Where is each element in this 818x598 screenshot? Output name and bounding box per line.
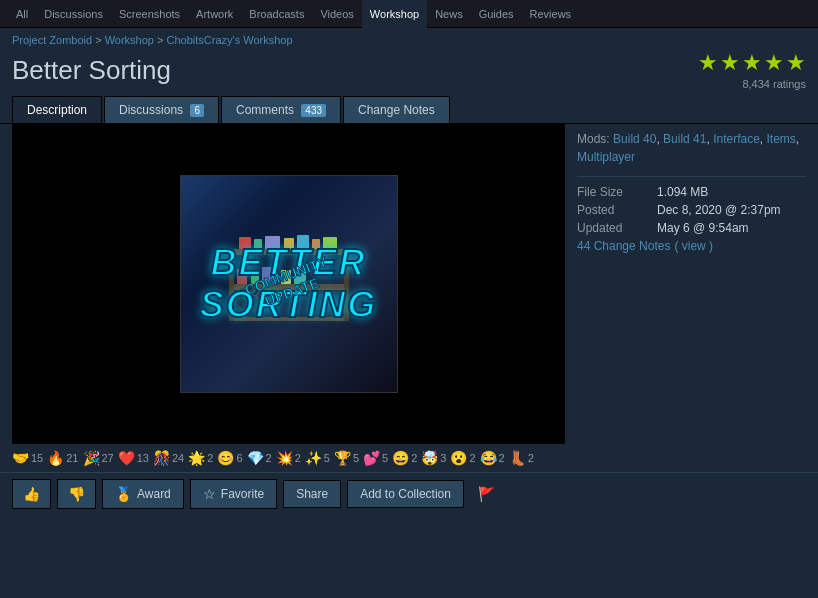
nav-news[interactable]: News [427,0,471,28]
award-label: Award [137,487,171,501]
reaction-count-4: 24 [172,452,184,464]
info-row-updated: Updated May 6 @ 9:54am [577,221,806,235]
reaction-2[interactable]: 🎉 27 [83,450,114,466]
info-row-filesize: File Size 1.094 MB [577,185,806,199]
info-row-posted: Posted Dec 8, 2020 @ 2:37pm [577,203,806,217]
nav-screenshots[interactable]: Screenshots [111,0,188,28]
breadcrumb-workshop-author[interactable]: ChobitsCrazy's Workshop [167,34,293,46]
reaction-count-6: 6 [236,452,242,464]
reaction-emoji-3: ❤️ [118,450,135,466]
updated-value: May 6 @ 9:54am [657,221,749,235]
reaction-count-8: 2 [295,452,301,464]
reaction-count-9: 5 [324,452,330,464]
info-panel: Mods: Build 40, Build 41, Interface, Ite… [577,124,806,444]
reaction-15[interactable]: 😂 2 [480,450,505,466]
reaction-emoji-1: 🔥 [47,450,64,466]
reaction-emoji-5: 🌟 [188,450,205,466]
tag-items[interactable]: Items [767,132,796,146]
image-panel: BETTER COMMUNITYUPDATE SORTING [12,124,565,444]
tag-multiplayer[interactable]: Multiplayer [577,150,635,164]
tag-build40[interactable]: Build 40 [613,132,656,146]
award-icon: 🏅 [115,486,132,502]
reaction-emoji-14: 😮 [450,450,467,466]
tag-build41[interactable]: Build 41 [663,132,706,146]
breadcrumb: Project Zomboid > Workshop > ChobitsCraz… [0,28,818,48]
reaction-count-11: 5 [382,452,388,464]
info-row-changenotes: 44 Change Notes ( view ) [577,239,806,253]
rating-count: 8,434 ratings [698,78,806,90]
updated-label: Updated [577,221,657,235]
reaction-emoji-13: 🤯 [421,450,438,466]
breadcrumb-workshop[interactable]: Workshop [105,34,154,46]
nav-workshop[interactable]: Workshop [362,0,427,28]
reaction-count-7: 2 [266,452,272,464]
reaction-count-13: 3 [440,452,446,464]
star-4: ★ [764,50,784,76]
award-button[interactable]: 🏅 Award [102,479,184,509]
thumbdown-button[interactable]: 👎 [57,479,96,509]
posted-value: Dec 8, 2020 @ 2:37pm [657,203,781,217]
nav-videos[interactable]: Videos [312,0,361,28]
reaction-count-15: 2 [499,452,505,464]
flag-button[interactable]: 🚩 [470,482,503,506]
star-5: ★ [786,50,806,76]
breadcrumb-project-zomboid[interactable]: Project Zomboid [12,34,92,46]
reaction-emoji-2: 🎉 [83,450,100,466]
filesize-label: File Size [577,185,657,199]
star-3: ★ [742,50,762,76]
reaction-11[interactable]: 💕 5 [363,450,388,466]
reaction-5[interactable]: 🌟 2 [188,450,213,466]
tab-comments[interactable]: Comments 433 [221,96,341,123]
reaction-8[interactable]: 💥 2 [276,450,301,466]
share-button[interactable]: Share [283,480,341,508]
reaction-12[interactable]: 😄 2 [392,450,417,466]
reaction-count-3: 13 [137,452,149,464]
reaction-count-5: 2 [207,452,213,464]
reaction-10[interactable]: 🏆 5 [334,450,359,466]
add-to-collection-button[interactable]: Add to Collection [347,480,464,508]
action-bar: 👍 👎 🏅 Award ☆ Favorite Share Add to Coll… [0,472,818,515]
reaction-0[interactable]: 🤝 15 [12,450,43,466]
tab-description[interactable]: Description [12,96,102,123]
tag-interface[interactable]: Interface [713,132,760,146]
reaction-14[interactable]: 😮 2 [450,450,475,466]
mods-label: Mods: [577,132,610,146]
mods-line: Mods: Build 40, Build 41, Interface, Ite… [577,130,806,166]
favorite-label: Favorite [221,487,264,501]
info-divider-1 [577,176,806,177]
reaction-16[interactable]: 👢 2 [509,450,534,466]
top-nav: All Discussions Screenshots Artwork Broa… [0,0,818,28]
reaction-1[interactable]: 🔥 21 [47,450,78,466]
change-notes-link[interactable]: 44 Change Notes [577,239,670,253]
star-1: ★ [698,50,718,76]
reaction-9[interactable]: ✨ 5 [305,450,330,466]
tabs: Description Discussions 6 Comments 433 C… [0,96,818,123]
reaction-emoji-0: 🤝 [12,450,29,466]
reaction-emoji-6: 😊 [217,450,234,466]
tab-change-notes[interactable]: Change Notes [343,96,450,123]
reaction-4[interactable]: 🎊 24 [153,450,184,466]
nav-reviews[interactable]: Reviews [522,0,580,28]
nav-guides[interactable]: Guides [471,0,522,28]
reaction-count-1: 21 [66,452,78,464]
favorite-button[interactable]: ☆ Favorite [190,479,277,509]
rating-area: ★ ★ ★ ★ ★ 8,434 ratings [698,50,806,90]
nav-discussions[interactable]: Discussions [36,0,111,28]
reaction-13[interactable]: 🤯 3 [421,450,446,466]
reaction-7[interactable]: 💎 2 [247,450,272,466]
nav-artwork[interactable]: Artwork [188,0,241,28]
reaction-count-16: 2 [528,452,534,464]
reaction-emoji-9: ✨ [305,450,322,466]
nav-all[interactable]: All [8,0,36,28]
change-notes-view[interactable]: ( view ) [674,239,713,253]
reaction-3[interactable]: ❤️ 13 [118,450,149,466]
reaction-emoji-15: 😂 [480,450,497,466]
reaction-count-0: 15 [31,452,43,464]
star-2: ★ [720,50,740,76]
reaction-6[interactable]: 😊 6 [217,450,242,466]
thumbup-button[interactable]: 👍 [12,479,51,509]
tab-discussions[interactable]: Discussions 6 [104,96,219,123]
nav-broadcasts[interactable]: Broadcasts [241,0,312,28]
reactions-area: 🤝 15 🔥 21 🎉 27 ❤️ 13 🎊 24 🌟 2 😊 6 💎 2 💥 … [0,444,818,470]
thumbup-icon: 👍 [23,486,40,502]
